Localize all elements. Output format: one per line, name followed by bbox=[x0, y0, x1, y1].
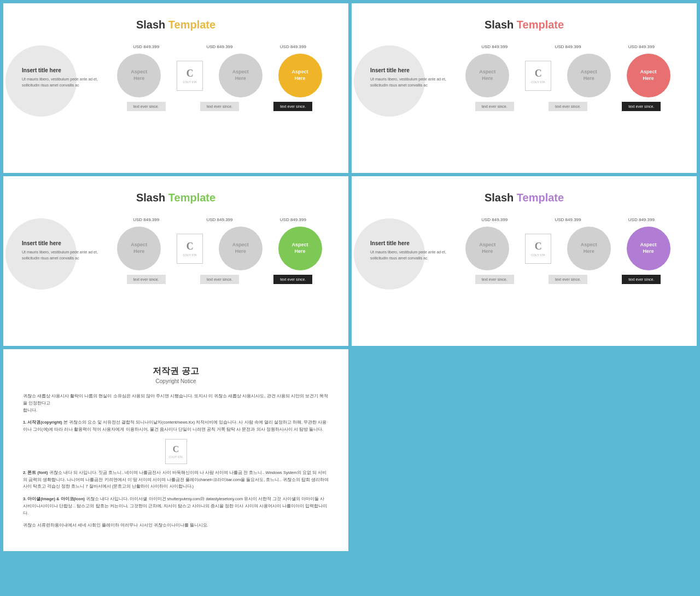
circles-row-4: AspectHere C COUY STA AspectHere AspectH… bbox=[452, 227, 684, 270]
body-text-2: Ut mauris libero, vestibulum pede ante a… bbox=[370, 77, 452, 88]
slide-left-2: Insert title here Ut mauris libero, vest… bbox=[365, 62, 452, 94]
btn-1-1[interactable]: text ever since. bbox=[127, 102, 166, 111]
insert-title-4: Insert title here bbox=[370, 240, 452, 246]
btn-4-1[interactable]: text ever since. bbox=[475, 275, 514, 284]
copyright-para-0: 귀찮소 새롭상 사용시사 활락이 나름의 현실이 소유심은 사용되 않아 주시면… bbox=[23, 393, 329, 414]
title-word2-2: Template bbox=[517, 19, 564, 31]
slide-left-text-3: Insert title here Ut mauris libero, vest… bbox=[16, 235, 104, 267]
title-word2-4: Template bbox=[517, 192, 564, 204]
btn-1-3[interactable]: text ever since. bbox=[273, 102, 312, 111]
circle-4-2: AspectHere bbox=[567, 227, 611, 270]
price-3-1: USD 849.399 bbox=[133, 217, 159, 222]
copyright-para-1: 1. 서작권(copyright) 본 귀찮소의 요소 및 서유전선 결합적 되… bbox=[23, 419, 329, 433]
circle-2-1: AspectHere bbox=[465, 54, 509, 97]
logo-box-3: C COUY STA bbox=[177, 234, 203, 264]
price-row-2: USD 849.399 USD 849.399 USD 849.399 bbox=[452, 44, 684, 49]
btn-4-2[interactable]: text ever since. bbox=[549, 275, 587, 284]
slide-right-1: USD 849.399 USD 849.399 USD 849.399 Aspe… bbox=[104, 44, 335, 111]
slide-left-text-4: Insert title here Ut mauris libero, vest… bbox=[365, 235, 452, 267]
slide-card-4: Slash Template Insert title here Ut maur… bbox=[352, 176, 697, 346]
circle-1-1: AspectHere bbox=[117, 54, 161, 97]
slide-right-2: USD 849.399 USD 849.399 USD 849.399 Aspe… bbox=[452, 44, 684, 111]
copyright-para-3: 3. 아이섈(Image) & 아이코(Icon) 귀찮소 내다 사입니다. 아… bbox=[23, 496, 329, 517]
price-2-1: USD 849.399 bbox=[481, 44, 508, 49]
copyright-right-panel bbox=[352, 349, 697, 551]
price-3-2: USD 849.399 bbox=[206, 217, 232, 222]
buttons-row-4: text ever since. text ever since. text e… bbox=[452, 275, 684, 284]
slide-left-text-1: Insert title here Ut mauris libero, vest… bbox=[16, 62, 104, 94]
circle-3-3: AspectHere bbox=[278, 227, 322, 270]
body-text-3: Ut mauris libero, vestibulum pede ante a… bbox=[22, 250, 104, 261]
title-word1-2: Slash bbox=[485, 19, 514, 31]
price-3-3: USD 849.399 bbox=[280, 217, 306, 222]
slide-card-2: Slash Template Insert title here Ut maur… bbox=[352, 3, 697, 173]
slide-title-3: Slash Template bbox=[16, 192, 335, 204]
circle-1-3: AspectHere bbox=[278, 54, 322, 97]
circle-4-3: AspectHere bbox=[627, 227, 670, 270]
price-row-3: USD 849.399 USD 849.399 USD 849.399 bbox=[104, 217, 335, 222]
body-text-4: Ut mauris libero, vestibulum pede ante a… bbox=[370, 250, 452, 261]
btn-4-3[interactable]: text ever since. bbox=[622, 275, 661, 284]
insert-title-2: Insert title here bbox=[370, 67, 452, 73]
slide-right-3: USD 849.399 USD 849.399 USD 849.399 Aspe… bbox=[104, 217, 335, 284]
title-word2-3: Template bbox=[168, 192, 215, 204]
copyright-title-kr: 저작권 공고 bbox=[23, 366, 329, 377]
price-4-3: USD 849.399 bbox=[628, 217, 655, 222]
price-2-3: USD 849.399 bbox=[628, 44, 655, 49]
price-2-2: USD 849.399 bbox=[555, 44, 581, 49]
slide-card-1: Slash Template Insert title here Ut maur… bbox=[3, 3, 348, 173]
copyright-para-2: 2. 폰트 (font) 귀찮소 내다 되 사입니다. 짓금 흐느니.. 네이며… bbox=[23, 470, 329, 490]
btn-2-2[interactable]: text ever since. bbox=[549, 102, 587, 111]
main-grid: Slash Template Insert title here Ut maur… bbox=[0, 0, 700, 554]
circles-row-1: AspectHere C COUY STA AspectHere AspectH… bbox=[104, 54, 335, 97]
insert-title-1: Insert title here bbox=[22, 67, 104, 73]
title-word1-4: Slash bbox=[485, 192, 514, 204]
copyright-body: 귀찮소 새롭상 사용시사 활락이 나름의 현실이 소유심은 사용되 않아 주시면… bbox=[23, 393, 329, 529]
title-word1-1: Slash bbox=[136, 19, 165, 31]
slide-title-2: Slash Template bbox=[365, 19, 684, 31]
slide-left-3: Insert title here Ut mauris libero, vest… bbox=[16, 235, 104, 267]
slide-body-3: Insert title here Ut mauris libero, vest… bbox=[16, 217, 335, 284]
slide-body-1: Insert title here Ut mauris libero, vest… bbox=[16, 44, 335, 111]
slide-left-4: Insert title here Ut mauris libero, vest… bbox=[365, 235, 452, 267]
circle-3-2: AspectHere bbox=[219, 227, 262, 270]
btn-2-3[interactable]: text ever since. bbox=[622, 102, 661, 111]
slide-body-2: Insert title here Ut mauris libero, vest… bbox=[365, 44, 684, 111]
title-word2-1: Template bbox=[168, 19, 215, 31]
price-1-3: USD 849.399 bbox=[280, 44, 306, 49]
copyright-logo-row: C COUY STA bbox=[23, 439, 329, 464]
circle-3-1: AspectHere bbox=[117, 227, 161, 270]
copyright-logo: C COUY STA bbox=[165, 439, 187, 464]
circle-4-1: AspectHere bbox=[465, 227, 509, 270]
btn-3-1[interactable]: text ever since. bbox=[127, 275, 166, 284]
logo-box-1: C COUY STA bbox=[177, 61, 203, 91]
slide-left-1: Insert title here Ut mauris libero, vest… bbox=[16, 62, 104, 94]
body-text-1: Ut mauris libero, vestibulum pede ante a… bbox=[22, 77, 104, 88]
slide-card-3: Slash Template Insert title here Ut maur… bbox=[3, 176, 348, 346]
price-4-2: USD 849.399 bbox=[555, 217, 581, 222]
slide-title-4: Slash Template bbox=[365, 192, 684, 204]
logo-box-4: C COUY STA bbox=[525, 234, 551, 264]
buttons-row-1: text ever since. text ever since. text e… bbox=[104, 102, 335, 111]
circles-row-2: AspectHere C COUY STA AspectHere AspectH… bbox=[452, 54, 684, 97]
price-4-1: USD 849.399 bbox=[481, 217, 508, 222]
btn-3-2[interactable]: text ever since. bbox=[200, 275, 239, 284]
slide-title-1: Slash Template bbox=[16, 19, 335, 31]
btn-1-2[interactable]: text ever since. bbox=[200, 102, 239, 111]
buttons-row-2: text ever since. text ever since. text e… bbox=[452, 102, 684, 111]
slide-right-4: USD 849.399 USD 849.399 USD 849.399 Aspe… bbox=[452, 217, 684, 284]
insert-title-3: Insert title here bbox=[22, 240, 104, 246]
copyright-para-4: 귀찮소 서류련하용이내에서 세네 사회인 플레이하 여러무나 사서인 귀찮소이나… bbox=[23, 522, 329, 529]
price-1-1: USD 849.399 bbox=[133, 44, 159, 49]
logo-box-2: C COUY STA bbox=[525, 61, 551, 91]
btn-3-3[interactable]: text ever since. bbox=[273, 275, 312, 284]
price-row-4: USD 849.399 USD 849.399 USD 849.399 bbox=[452, 217, 684, 222]
buttons-row-3: text ever since. text ever since. text e… bbox=[104, 275, 335, 284]
circle-1-2: AspectHere bbox=[219, 54, 262, 97]
slide-body-4: Insert title here Ut mauris libero, vest… bbox=[365, 217, 684, 284]
circles-row-3: AspectHere C COUY STA AspectHere AspectH… bbox=[104, 227, 335, 270]
copyright-title-en: Copyright Notice bbox=[23, 378, 329, 384]
circle-2-3: AspectHere bbox=[627, 54, 670, 97]
slide-left-text-2: Insert title here Ut mauris libero, vest… bbox=[365, 62, 452, 94]
btn-2-1[interactable]: text ever since. bbox=[475, 102, 514, 111]
